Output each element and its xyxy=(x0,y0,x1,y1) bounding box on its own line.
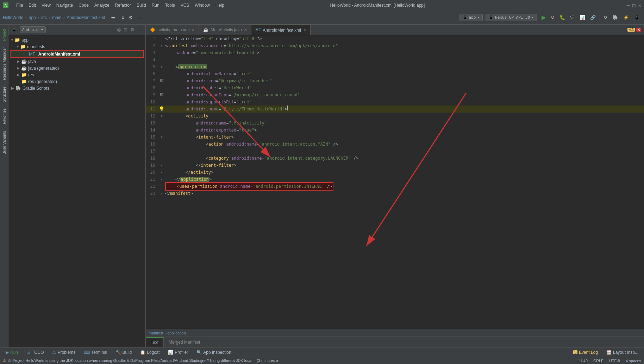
gutter-11[interactable]: 💡 xyxy=(158,106,165,113)
menu-file[interactable]: File xyxy=(14,2,25,8)
close-btn[interactable]: ✕ xyxy=(638,2,641,8)
tab-text[interactable]: Text xyxy=(146,337,164,347)
code-line-18: 18 <category android:name="android.inten… xyxy=(146,155,644,162)
breadcrumb-app[interactable]: app xyxy=(29,15,36,20)
menu-tools[interactable]: Tools xyxy=(163,2,177,8)
breadcrumb-manifest-link[interactable]: manifest xyxy=(149,331,163,335)
todo-btn[interactable]: ☑ TODO xyxy=(24,349,46,356)
fold-btn-12[interactable]: ▼ xyxy=(161,113,162,120)
profiler-toolbar-btn[interactable]: 📊 xyxy=(578,14,587,21)
menu-view[interactable]: View xyxy=(39,2,53,8)
minimize-btn[interactable]: ─ xyxy=(627,2,630,8)
line-num-8: 8 xyxy=(146,84,158,91)
sidebar-item-build-variants[interactable]: Build Variants xyxy=(1,128,8,157)
fold-btn-21[interactable]: ▼ xyxy=(161,176,162,183)
collapse-all-tree-btn[interactable]: ⊟ xyxy=(123,26,128,33)
maximize-btn[interactable]: □ xyxy=(632,2,635,8)
fold-btn-19[interactable]: ▼ xyxy=(161,162,162,169)
sidebar-item-resource-manager[interactable]: Resource Manager xyxy=(1,44,8,83)
menu-vcs[interactable]: VCS xyxy=(179,2,192,8)
app-inspection-icon: 🔍 xyxy=(196,350,202,355)
logcat-icon: 📋 xyxy=(140,350,145,355)
project-header: 📱 Android ▾ ◎ ⊟ ⚙ — xyxy=(8,25,145,35)
tree-item-java-generated[interactable]: ▶ ☕ java (generated) xyxy=(8,65,145,71)
app-inspection-btn[interactable]: 🔍 App Inspection xyxy=(194,349,234,356)
avd-btn[interactable]: 📱 xyxy=(632,14,641,21)
run-button[interactable]: ▶ xyxy=(540,13,548,22)
sidebar-item-project[interactable]: Project xyxy=(1,26,8,44)
tab-close-manifest[interactable]: ✕ xyxy=(303,28,306,32)
problems-btn[interactable]: ⚠ Problems xyxy=(49,349,78,356)
tab-close-mainactivity[interactable]: ✕ xyxy=(244,28,247,32)
navigate-back-btn[interactable]: ⬅ xyxy=(109,14,117,21)
status-message-bar: ⚠ ⚠ Project HelloWorld is using the JDK … xyxy=(0,357,644,364)
sidebar-item-favorites[interactable]: Favorites xyxy=(1,106,8,127)
attach-debugger-btn[interactable]: 🔗 xyxy=(588,14,598,21)
menu-code[interactable]: Code xyxy=(76,2,91,8)
tab-xml-icon: 🔶 xyxy=(150,27,155,32)
close-panel-btn[interactable]: — xyxy=(136,14,144,21)
line-num-23: 23 xyxy=(146,190,158,197)
sdk-btn[interactable]: ⚡ xyxy=(621,14,631,21)
line-num-9: 9 xyxy=(146,91,158,98)
coverage-btn[interactable]: 🛡 xyxy=(568,14,576,21)
app-module-selector[interactable]: 📱 app ▾ xyxy=(459,14,483,21)
close-project-btn[interactable]: — xyxy=(137,26,143,33)
breadcrumb-main[interactable]: main xyxy=(52,15,61,20)
rerun-btn[interactable]: ↺ xyxy=(549,14,556,21)
bulb-icon-11[interactable]: 💡 xyxy=(159,106,164,113)
fold-btn-2[interactable]: ▼ xyxy=(161,42,162,49)
breadcrumb-application-link[interactable]: application xyxy=(167,331,186,335)
build-btn[interactable]: 🔨 Build xyxy=(113,349,135,356)
debug-btn[interactable]: 🐛 xyxy=(558,14,567,21)
settings-btn[interactable]: ⚙ xyxy=(127,14,135,21)
project-view-selector[interactable]: Android ▾ xyxy=(20,26,46,33)
line-num-17: 17 xyxy=(146,148,158,155)
breadcrumb-src[interactable]: src xyxy=(41,15,47,20)
gradle-btn[interactable]: 🐘 xyxy=(611,14,620,21)
tree-item-gradle[interactable]: ▶ 🐘 Gradle Scripts xyxy=(8,85,145,91)
menu-run[interactable]: Run xyxy=(150,2,162,8)
tab-close-activity[interactable]: ✕ xyxy=(192,28,194,32)
code-line-17: 17 xyxy=(146,148,644,155)
fold-btn-15[interactable]: ▼ xyxy=(161,134,162,141)
tree-item-manifests[interactable]: ▾ 📁 manifests xyxy=(8,43,145,50)
fold-btn-5[interactable]: ▼ xyxy=(161,63,162,70)
fold-btn-20[interactable]: ▼ xyxy=(161,169,162,176)
line-content-13: android:name=".MainActivity" xyxy=(165,120,644,127)
tree-item-java[interactable]: ▶ ☕ java xyxy=(8,58,145,65)
menu-help[interactable]: Help xyxy=(213,2,226,8)
profiler-btn[interactable]: 📊 Profiler xyxy=(165,349,191,356)
menu-edit[interactable]: Edit xyxy=(26,2,38,8)
tab-merged-manifest[interactable]: Merged Manifest xyxy=(164,337,205,347)
tree-item-res-generated[interactable]: ▶ 📁 res (generated) xyxy=(8,78,145,85)
tree-item-app[interactable]: ▾ 📁 app xyxy=(8,37,145,43)
tab-activity-main[interactable]: 🔶 activity_main.xml ✕ xyxy=(146,25,199,35)
layout-inspector-btn[interactable]: 🪟 Layout Insp... xyxy=(604,349,641,356)
build-icon: 🔨 xyxy=(116,350,121,355)
collapse-all-btn[interactable]: ≡ xyxy=(120,14,126,21)
code-editor[interactable]: 1 <?xml version="1.0" encoding="utf-8"?>… xyxy=(146,35,644,329)
menu-build[interactable]: Build xyxy=(135,2,148,8)
run-tool-btn[interactable]: ▶ Run xyxy=(3,349,21,356)
tree-settings-btn[interactable]: ⚙ xyxy=(130,26,135,33)
logcat-btn[interactable]: 📋 Logcat xyxy=(137,349,162,356)
tree-item-res[interactable]: ▶ 📁 res xyxy=(8,71,145,78)
menu-refactor[interactable]: Refactor xyxy=(113,2,133,8)
terminal-btn[interactable]: ⌨ Terminal xyxy=(81,349,110,356)
menu-analyze[interactable]: Analyze xyxy=(92,2,112,8)
tree-item-androidmanifest[interactable]: ▶ MF AndroidManifest.xml xyxy=(10,50,144,58)
breadcrumb-helloworld[interactable]: HelloWorld xyxy=(3,15,23,20)
fold-btn-23[interactable]: ▼ xyxy=(161,190,162,197)
manifest-filename: AndroidManifest.xml xyxy=(38,52,80,57)
tab-mainactivity[interactable]: ☕ MainActivity.java ✕ xyxy=(199,25,251,35)
code-line-19: 19 ▼ </intent-filter> xyxy=(146,162,644,169)
sidebar-item-structure[interactable]: Structure xyxy=(1,84,8,105)
menu-navigate[interactable]: Navigate xyxy=(54,2,75,8)
event-log-btn[interactable]: 5 Event Log xyxy=(570,349,601,356)
sync-btn[interactable]: ⟳ xyxy=(602,14,609,21)
locate-btn[interactable]: ◎ xyxy=(116,26,121,33)
device-selector[interactable]: 📱 Nexus 6P API 30 ▾ xyxy=(486,14,537,21)
menu-window[interactable]: Window xyxy=(193,2,212,8)
tab-androidmanifest[interactable]: MF AndroidManifest.xml ✕ xyxy=(251,25,311,35)
